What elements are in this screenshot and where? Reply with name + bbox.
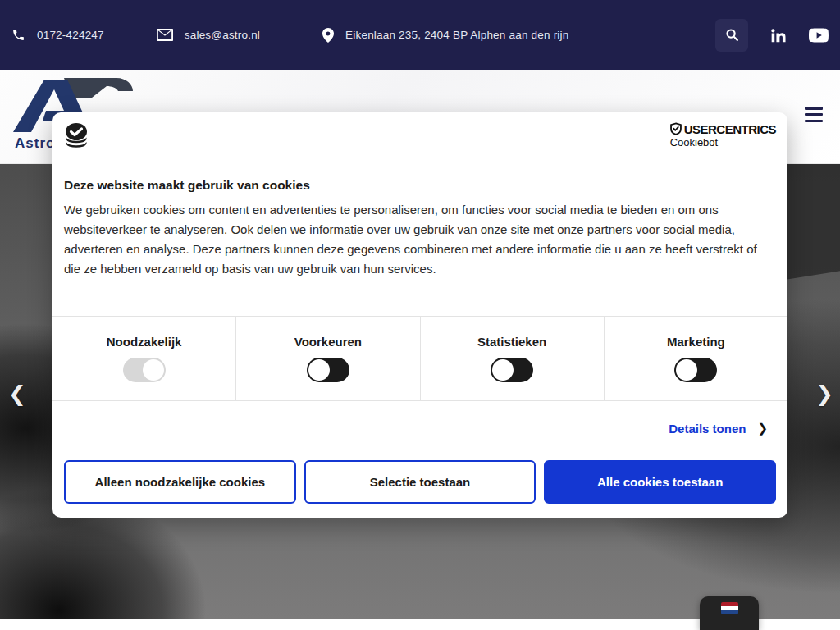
category-statistieken: Statistieken bbox=[421, 317, 605, 400]
only-necessary-cookies-button[interactable]: Alleen noodzakelijke cookies bbox=[64, 460, 296, 504]
linkedin-link[interactable] bbox=[769, 26, 788, 44]
carousel-prev-button[interactable]: ❮ bbox=[8, 381, 26, 407]
language-selector-button[interactable] bbox=[700, 596, 759, 630]
phone-icon bbox=[11, 28, 25, 42]
category-voorkeuren: Voorkeuren bbox=[236, 317, 420, 400]
youtube-icon bbox=[809, 28, 829, 43]
dutch-flag-icon bbox=[721, 602, 738, 614]
toggle-voorkeuren[interactable] bbox=[307, 358, 349, 382]
cookie-consent-dialog: USERCENTRICS Cookiebot Deze website maak… bbox=[52, 112, 788, 518]
cookiebot-product-name: Cookiebot bbox=[670, 136, 719, 148]
chevron-right-icon: ❯ bbox=[757, 421, 768, 436]
allow-selection-button[interactable]: Selectie toestaan bbox=[304, 460, 536, 504]
usercentrics-name: USERCENTRICS bbox=[684, 122, 776, 136]
carousel-next-button[interactable]: ❯ bbox=[815, 381, 833, 407]
usercentrics-shield-icon bbox=[670, 122, 682, 135]
category-noodzakelijk: Noodzakelijk bbox=[52, 317, 236, 400]
cookie-category-row: Noodzakelijk Voorkeuren Statistieken Mar… bbox=[52, 316, 788, 401]
phone-link[interactable]: 0172-424247 bbox=[11, 28, 104, 42]
astro-logo-text: Astro bbox=[15, 135, 55, 152]
cookiebot-logo-icon bbox=[64, 123, 92, 148]
email-link[interactable]: sales@astro.nl bbox=[157, 29, 260, 41]
details-link-label: Details tonen bbox=[669, 422, 746, 436]
menu-toggle-button[interactable] bbox=[805, 107, 823, 122]
category-label: Statistieken bbox=[477, 335, 546, 349]
map-pin-icon bbox=[322, 28, 334, 43]
search-icon bbox=[725, 28, 739, 42]
phone-number: 0172-424247 bbox=[37, 29, 104, 41]
street-address: Eikenlaan 235, 2404 BP Alphen aan den ri… bbox=[345, 29, 568, 41]
page: 0172-424247 sales@astro.nl Eikenlaan 235… bbox=[0, 0, 840, 630]
category-label: Voorkeuren bbox=[294, 335, 362, 349]
top-contact-bar: 0172-424247 sales@astro.nl Eikenlaan 235… bbox=[0, 0, 840, 70]
toggle-marketing[interactable] bbox=[674, 358, 717, 382]
email-address: sales@astro.nl bbox=[185, 29, 260, 41]
cookie-dialog-description: We gebruiken cookies om content en adver… bbox=[52, 193, 788, 279]
category-label: Marketing bbox=[667, 335, 725, 349]
usercentrics-brand: USERCENTRICS Cookiebot bbox=[670, 122, 776, 148]
envelope-icon bbox=[157, 29, 173, 41]
linkedin-icon bbox=[769, 26, 788, 44]
cookie-dialog-header: USERCENTRICS Cookiebot bbox=[52, 112, 788, 158]
toggle-statistieken[interactable] bbox=[491, 358, 533, 382]
details-tonen-link[interactable]: Details tonen ❯ bbox=[669, 421, 768, 436]
youtube-link[interactable] bbox=[809, 28, 829, 43]
toggle-noodzakelijk bbox=[123, 358, 166, 382]
cookie-button-row: Alleen noodzakelijke cookies Selectie to… bbox=[64, 460, 776, 504]
search-button[interactable] bbox=[715, 19, 748, 52]
allow-all-cookies-button[interactable]: Alle cookies toestaan bbox=[544, 460, 776, 504]
category-label: Noodzakelijk bbox=[107, 335, 182, 349]
category-marketing: Marketing bbox=[605, 317, 788, 400]
cookie-dialog-title: Deze website maakt gebruik van cookies bbox=[52, 158, 788, 193]
topbar-actions bbox=[715, 0, 829, 70]
address-link[interactable]: Eikenlaan 235, 2404 BP Alphen aan den ri… bbox=[322, 28, 568, 43]
